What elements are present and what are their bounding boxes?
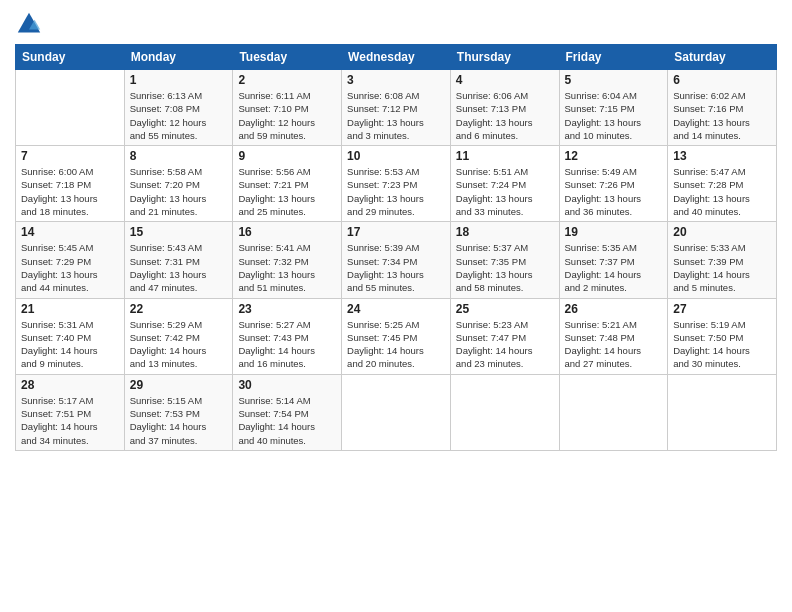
day-info: Sunrise: 5:43 AM Sunset: 7:31 PM Dayligh… bbox=[130, 241, 228, 294]
day-number: 8 bbox=[130, 149, 228, 163]
day-number: 16 bbox=[238, 225, 336, 239]
calendar-cell: 12Sunrise: 5:49 AM Sunset: 7:26 PM Dayli… bbox=[559, 146, 668, 222]
day-number: 19 bbox=[565, 225, 663, 239]
day-info: Sunrise: 6:02 AM Sunset: 7:16 PM Dayligh… bbox=[673, 89, 771, 142]
day-number: 20 bbox=[673, 225, 771, 239]
day-header-tuesday: Tuesday bbox=[233, 45, 342, 70]
day-number: 28 bbox=[21, 378, 119, 392]
calendar-cell: 18Sunrise: 5:37 AM Sunset: 7:35 PM Dayli… bbox=[450, 222, 559, 298]
calendar-week-row: 7Sunrise: 6:00 AM Sunset: 7:18 PM Daylig… bbox=[16, 146, 777, 222]
day-info: Sunrise: 6:06 AM Sunset: 7:13 PM Dayligh… bbox=[456, 89, 554, 142]
calendar-cell: 30Sunrise: 5:14 AM Sunset: 7:54 PM Dayli… bbox=[233, 374, 342, 450]
day-info: Sunrise: 5:49 AM Sunset: 7:26 PM Dayligh… bbox=[565, 165, 663, 218]
logo bbox=[15, 10, 47, 38]
day-info: Sunrise: 5:21 AM Sunset: 7:48 PM Dayligh… bbox=[565, 318, 663, 371]
calendar-cell: 22Sunrise: 5:29 AM Sunset: 7:42 PM Dayli… bbox=[124, 298, 233, 374]
day-info: Sunrise: 5:39 AM Sunset: 7:34 PM Dayligh… bbox=[347, 241, 445, 294]
day-number: 13 bbox=[673, 149, 771, 163]
day-number: 7 bbox=[21, 149, 119, 163]
day-info: Sunrise: 5:23 AM Sunset: 7:47 PM Dayligh… bbox=[456, 318, 554, 371]
day-info: Sunrise: 5:37 AM Sunset: 7:35 PM Dayligh… bbox=[456, 241, 554, 294]
day-header-friday: Friday bbox=[559, 45, 668, 70]
day-info: Sunrise: 5:31 AM Sunset: 7:40 PM Dayligh… bbox=[21, 318, 119, 371]
day-info: Sunrise: 6:08 AM Sunset: 7:12 PM Dayligh… bbox=[347, 89, 445, 142]
day-info: Sunrise: 5:35 AM Sunset: 7:37 PM Dayligh… bbox=[565, 241, 663, 294]
day-number: 1 bbox=[130, 73, 228, 87]
calendar-week-row: 1Sunrise: 6:13 AM Sunset: 7:08 PM Daylig… bbox=[16, 70, 777, 146]
calendar-cell bbox=[342, 374, 451, 450]
day-header-saturday: Saturday bbox=[668, 45, 777, 70]
calendar-cell: 23Sunrise: 5:27 AM Sunset: 7:43 PM Dayli… bbox=[233, 298, 342, 374]
day-number: 24 bbox=[347, 302, 445, 316]
calendar-cell: 29Sunrise: 5:15 AM Sunset: 7:53 PM Dayli… bbox=[124, 374, 233, 450]
day-number: 6 bbox=[673, 73, 771, 87]
day-number: 27 bbox=[673, 302, 771, 316]
calendar-cell bbox=[668, 374, 777, 450]
day-info: Sunrise: 6:00 AM Sunset: 7:18 PM Dayligh… bbox=[21, 165, 119, 218]
calendar-week-row: 14Sunrise: 5:45 AM Sunset: 7:29 PM Dayli… bbox=[16, 222, 777, 298]
calendar-cell: 1Sunrise: 6:13 AM Sunset: 7:08 PM Daylig… bbox=[124, 70, 233, 146]
logo-icon bbox=[15, 10, 43, 38]
day-number: 22 bbox=[130, 302, 228, 316]
calendar-cell bbox=[16, 70, 125, 146]
day-number: 11 bbox=[456, 149, 554, 163]
day-info: Sunrise: 5:19 AM Sunset: 7:50 PM Dayligh… bbox=[673, 318, 771, 371]
calendar-cell: 13Sunrise: 5:47 AM Sunset: 7:28 PM Dayli… bbox=[668, 146, 777, 222]
day-number: 4 bbox=[456, 73, 554, 87]
day-info: Sunrise: 5:58 AM Sunset: 7:20 PM Dayligh… bbox=[130, 165, 228, 218]
calendar-cell: 6Sunrise: 6:02 AM Sunset: 7:16 PM Daylig… bbox=[668, 70, 777, 146]
day-info: Sunrise: 6:13 AM Sunset: 7:08 PM Dayligh… bbox=[130, 89, 228, 142]
calendar-cell: 11Sunrise: 5:51 AM Sunset: 7:24 PM Dayli… bbox=[450, 146, 559, 222]
calendar-cell: 21Sunrise: 5:31 AM Sunset: 7:40 PM Dayli… bbox=[16, 298, 125, 374]
calendar-cell: 28Sunrise: 5:17 AM Sunset: 7:51 PM Dayli… bbox=[16, 374, 125, 450]
day-info: Sunrise: 5:47 AM Sunset: 7:28 PM Dayligh… bbox=[673, 165, 771, 218]
calendar-cell: 25Sunrise: 5:23 AM Sunset: 7:47 PM Dayli… bbox=[450, 298, 559, 374]
calendar-table: SundayMondayTuesdayWednesdayThursdayFrid… bbox=[15, 44, 777, 451]
day-info: Sunrise: 5:51 AM Sunset: 7:24 PM Dayligh… bbox=[456, 165, 554, 218]
day-header-monday: Monday bbox=[124, 45, 233, 70]
day-number: 26 bbox=[565, 302, 663, 316]
day-info: Sunrise: 5:25 AM Sunset: 7:45 PM Dayligh… bbox=[347, 318, 445, 371]
day-number: 29 bbox=[130, 378, 228, 392]
calendar-cell: 14Sunrise: 5:45 AM Sunset: 7:29 PM Dayli… bbox=[16, 222, 125, 298]
calendar-cell: 17Sunrise: 5:39 AM Sunset: 7:34 PM Dayli… bbox=[342, 222, 451, 298]
day-info: Sunrise: 5:27 AM Sunset: 7:43 PM Dayligh… bbox=[238, 318, 336, 371]
day-number: 30 bbox=[238, 378, 336, 392]
calendar-cell: 27Sunrise: 5:19 AM Sunset: 7:50 PM Dayli… bbox=[668, 298, 777, 374]
calendar-cell: 9Sunrise: 5:56 AM Sunset: 7:21 PM Daylig… bbox=[233, 146, 342, 222]
day-number: 2 bbox=[238, 73, 336, 87]
day-number: 17 bbox=[347, 225, 445, 239]
day-info: Sunrise: 5:45 AM Sunset: 7:29 PM Dayligh… bbox=[21, 241, 119, 294]
day-info: Sunrise: 5:53 AM Sunset: 7:23 PM Dayligh… bbox=[347, 165, 445, 218]
day-info: Sunrise: 5:56 AM Sunset: 7:21 PM Dayligh… bbox=[238, 165, 336, 218]
calendar-cell: 19Sunrise: 5:35 AM Sunset: 7:37 PM Dayli… bbox=[559, 222, 668, 298]
day-number: 21 bbox=[21, 302, 119, 316]
calendar-week-row: 28Sunrise: 5:17 AM Sunset: 7:51 PM Dayli… bbox=[16, 374, 777, 450]
calendar-cell: 3Sunrise: 6:08 AM Sunset: 7:12 PM Daylig… bbox=[342, 70, 451, 146]
calendar-cell bbox=[450, 374, 559, 450]
day-info: Sunrise: 6:04 AM Sunset: 7:15 PM Dayligh… bbox=[565, 89, 663, 142]
day-number: 12 bbox=[565, 149, 663, 163]
day-info: Sunrise: 5:14 AM Sunset: 7:54 PM Dayligh… bbox=[238, 394, 336, 447]
day-info: Sunrise: 5:17 AM Sunset: 7:51 PM Dayligh… bbox=[21, 394, 119, 447]
calendar-cell: 2Sunrise: 6:11 AM Sunset: 7:10 PM Daylig… bbox=[233, 70, 342, 146]
day-header-thursday: Thursday bbox=[450, 45, 559, 70]
day-header-wednesday: Wednesday bbox=[342, 45, 451, 70]
day-info: Sunrise: 6:11 AM Sunset: 7:10 PM Dayligh… bbox=[238, 89, 336, 142]
day-info: Sunrise: 5:29 AM Sunset: 7:42 PM Dayligh… bbox=[130, 318, 228, 371]
day-number: 14 bbox=[21, 225, 119, 239]
calendar-cell: 4Sunrise: 6:06 AM Sunset: 7:13 PM Daylig… bbox=[450, 70, 559, 146]
calendar-cell bbox=[559, 374, 668, 450]
calendar-header-row: SundayMondayTuesdayWednesdayThursdayFrid… bbox=[16, 45, 777, 70]
calendar-week-row: 21Sunrise: 5:31 AM Sunset: 7:40 PM Dayli… bbox=[16, 298, 777, 374]
day-number: 5 bbox=[565, 73, 663, 87]
day-number: 23 bbox=[238, 302, 336, 316]
calendar-cell: 7Sunrise: 6:00 AM Sunset: 7:18 PM Daylig… bbox=[16, 146, 125, 222]
header bbox=[15, 10, 777, 38]
day-number: 10 bbox=[347, 149, 445, 163]
day-number: 25 bbox=[456, 302, 554, 316]
day-info: Sunrise: 5:33 AM Sunset: 7:39 PM Dayligh… bbox=[673, 241, 771, 294]
day-info: Sunrise: 5:15 AM Sunset: 7:53 PM Dayligh… bbox=[130, 394, 228, 447]
calendar-cell: 8Sunrise: 5:58 AM Sunset: 7:20 PM Daylig… bbox=[124, 146, 233, 222]
day-number: 15 bbox=[130, 225, 228, 239]
